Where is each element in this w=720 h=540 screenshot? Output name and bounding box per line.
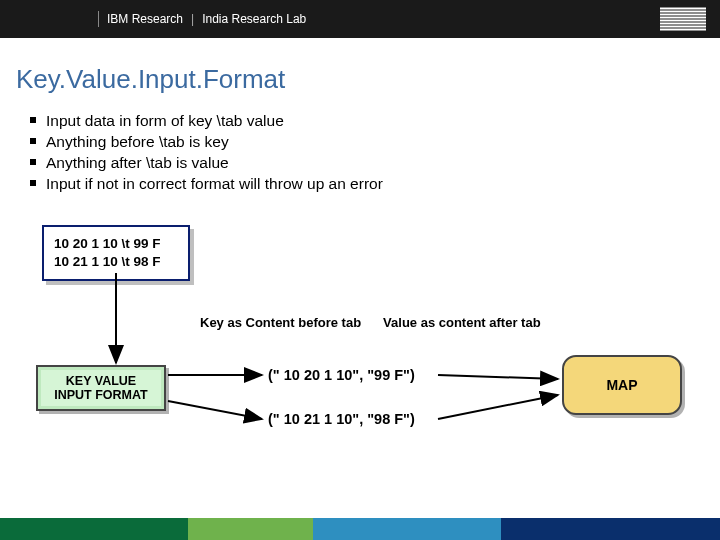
bullet-item: Anything after \tab is value bbox=[30, 153, 720, 174]
footer-color-3 bbox=[313, 518, 501, 540]
arrow-pair1-to-map bbox=[438, 375, 558, 379]
bullet-item: Anything before \tab is key bbox=[30, 132, 720, 153]
key-column-label: Key as Content before tab bbox=[200, 315, 361, 330]
arrow-pair2-to-map bbox=[438, 395, 558, 419]
map-box: MAP bbox=[562, 355, 682, 415]
diagram-area: 10 20 1 10 \t 99 F 10 21 1 10 \t 98 F Ke… bbox=[0, 215, 720, 485]
value-column-label: Value as content after tab bbox=[383, 315, 541, 330]
header-separator: | bbox=[191, 12, 194, 26]
bullet-item: Input data in form of key \tab value bbox=[30, 111, 720, 132]
output-pair-2: (" 10 21 1 10", "98 F") bbox=[268, 411, 415, 427]
header-rule bbox=[98, 11, 99, 27]
map-label: MAP bbox=[606, 377, 637, 393]
footer-color-2 bbox=[188, 518, 313, 540]
footer-color-1 bbox=[0, 518, 188, 540]
data-line: 10 21 1 10 \t 98 F bbox=[54, 253, 178, 271]
kvif-line1: KEY VALUE bbox=[54, 374, 148, 388]
header-org: IBM Research bbox=[107, 12, 183, 26]
header-lab: India Research Lab bbox=[202, 12, 306, 26]
bullet-item: Input if not in correct format will thro… bbox=[30, 174, 720, 195]
bullet-list: Input data in form of key \tab value Any… bbox=[0, 111, 720, 195]
footer-stripe bbox=[0, 518, 720, 540]
ibm-logo bbox=[660, 8, 706, 31]
slide-title: Key.Value.Input.Format bbox=[0, 38, 720, 111]
header-bar: IBM Research | India Research Lab bbox=[0, 0, 720, 38]
kvif-line2: INPUT FORMAT bbox=[54, 388, 148, 402]
input-data-box: 10 20 1 10 \t 99 F 10 21 1 10 \t 98 F bbox=[42, 225, 190, 281]
column-labels: Key as Content before tab Value as conte… bbox=[200, 315, 541, 330]
arrow-kvif-to-pair2 bbox=[168, 401, 262, 419]
data-line: 10 20 1 10 \t 99 F bbox=[54, 235, 178, 253]
output-pair-1: (" 10 20 1 10", "99 F") bbox=[268, 367, 415, 383]
key-value-input-format-box: KEY VALUE INPUT FORMAT bbox=[36, 365, 166, 411]
footer-color-4 bbox=[501, 518, 720, 540]
